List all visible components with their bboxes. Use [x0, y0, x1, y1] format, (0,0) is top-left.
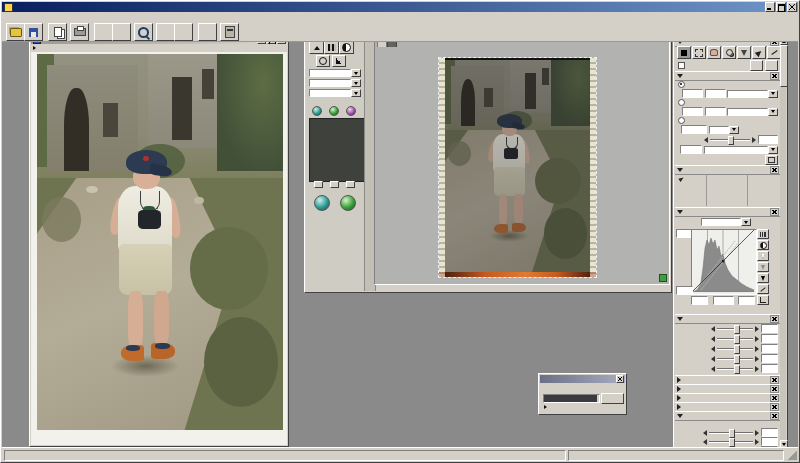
- output-black-field[interactable]: [676, 286, 693, 295]
- output-height-field[interactable]: [705, 107, 726, 116]
- film-preview[interactable]: [439, 58, 596, 277]
- section-close-icon[interactable]: [770, 412, 779, 420]
- redo-button[interactable]: [174, 23, 193, 41]
- scroll-down-icon[interactable]: [782, 443, 786, 446]
- red-gain-slider[interactable]: [709, 438, 753, 445]
- contrast-slider[interactable]: [717, 335, 753, 342]
- section-close-icon[interactable]: [770, 315, 779, 323]
- indicator-button[interactable]: [314, 181, 323, 188]
- gray-point-button[interactable]: [757, 262, 769, 272]
- rotate-button[interactable]: [94, 23, 113, 41]
- input-white-field[interactable]: [738, 296, 755, 305]
- green-gain-field[interactable]: [761, 446, 778, 447]
- crop-width-field[interactable]: [682, 89, 703, 98]
- red-slider[interactable]: [717, 345, 753, 352]
- color-model-dropdown[interactable]: [309, 89, 361, 97]
- resolution-unit-dropdown[interactable]: [704, 146, 778, 154]
- reset-curve-button[interactable]: [757, 295, 769, 305]
- prescan-jewel-button[interactable]: [312, 106, 322, 116]
- brightness-slider[interactable]: [717, 325, 753, 332]
- crop-tool-button[interactable]: [677, 46, 691, 59]
- section-close-icon[interactable]: [770, 72, 779, 80]
- undo-button[interactable]: [156, 23, 175, 41]
- open-button[interactable]: [6, 23, 25, 41]
- filesize-options-button[interactable]: [765, 155, 778, 165]
- preview-photo[interactable]: [445, 60, 590, 272]
- section-color-balance[interactable]: [675, 314, 780, 324]
- output-unit-dropdown[interactable]: [727, 108, 778, 116]
- tab-natif[interactable]: [377, 42, 387, 47]
- scan-jewel-button[interactable]: [340, 195, 356, 211]
- settings-dropdown[interactable]: [309, 69, 361, 77]
- natural-processed-button[interactable]: [339, 42, 354, 54]
- copy-button[interactable]: [48, 23, 67, 41]
- resize-grip[interactable]: [659, 274, 667, 282]
- section-analog-gains[interactable]: [675, 411, 780, 421]
- preview-jewel-button[interactable]: [314, 195, 330, 211]
- brightness-field[interactable]: [761, 324, 778, 333]
- keep-output-radio[interactable]: [678, 99, 685, 106]
- master-gain-slider[interactable]: [709, 429, 753, 436]
- channel-dropdown[interactable]: [701, 218, 751, 226]
- eject-button[interactable]: [309, 42, 324, 54]
- help-button[interactable]: [198, 23, 217, 41]
- close-button[interactable]: [787, 2, 797, 12]
- photo-image[interactable]: [37, 54, 283, 430]
- output-width-field[interactable]: [682, 107, 703, 116]
- section-close-icon[interactable]: [770, 166, 779, 174]
- gamma-field[interactable]: [713, 296, 734, 305]
- indicator-button[interactable]: [346, 181, 355, 188]
- edit-curve-button[interactable]: [757, 284, 769, 294]
- black-point-button[interactable]: [757, 273, 769, 283]
- scale-slider[interactable]: [710, 136, 750, 143]
- eyedropper-tool-button[interactable]: [737, 46, 751, 59]
- histogram-box[interactable]: [691, 229, 757, 295]
- contrast-field[interactable]: [761, 334, 778, 343]
- crop-height-field[interactable]: [705, 89, 726, 98]
- green-slider[interactable]: [717, 355, 753, 362]
- section-close-icon[interactable]: [770, 385, 779, 393]
- marquee-tool-button[interactable]: [692, 46, 706, 59]
- dropdown-arrow-icon[interactable]: [351, 89, 361, 97]
- section-close-icon[interactable]: [770, 394, 779, 402]
- histogram-toggle-button[interactable]: [757, 229, 769, 239]
- tools-jewel-button[interactable]: [346, 106, 356, 116]
- scale-field[interactable]: [758, 135, 778, 144]
- red-field[interactable]: [761, 344, 778, 353]
- tab-traite[interactable]: [387, 42, 397, 47]
- autofocus-button[interactable]: [316, 55, 330, 67]
- dropdown-arrow-icon[interactable]: [351, 69, 361, 77]
- crop-grid-button[interactable]: [112, 23, 131, 41]
- scan-window-button[interactable]: [220, 23, 239, 41]
- dropdown-arrow-icon[interactable]: [351, 79, 361, 87]
- film-type-dropdown[interactable]: [309, 79, 361, 87]
- resolution-field[interactable]: [680, 145, 702, 154]
- section-curves[interactable]: [675, 207, 780, 217]
- scroll-up-icon[interactable]: [782, 42, 786, 43]
- hand-tool-button[interactable]: [707, 46, 721, 59]
- straighten-tool-button[interactable]: [767, 46, 780, 59]
- slider-right-icon[interactable]: [752, 137, 756, 143]
- master-gain-field[interactable]: [761, 428, 778, 437]
- zoom-tool-button[interactable]: [722, 46, 736, 59]
- file-size-field[interactable]: [681, 125, 707, 134]
- flip-vertical-button[interactable]: [765, 60, 778, 71]
- indicator-button[interactable]: [330, 181, 339, 188]
- section-crop[interactable]: [675, 71, 780, 81]
- scrollbar-thumb[interactable]: [780, 45, 788, 87]
- zoom-jewel-button[interactable]: [329, 106, 339, 116]
- minimize-button[interactable]: [765, 2, 775, 12]
- input-black-field[interactable]: [691, 296, 708, 305]
- window-resize-grip[interactable]: [787, 450, 797, 460]
- thumbnail-drawer-button[interactable]: [324, 42, 339, 54]
- autoexposure-button[interactable]: [332, 55, 346, 67]
- flip-horizontal-button[interactable]: [750, 60, 763, 71]
- maximize-button[interactable]: [776, 2, 786, 12]
- zoom-tool-button[interactable]: [134, 23, 153, 41]
- keep-file-radio[interactable]: [678, 117, 685, 124]
- green-field[interactable]: [761, 354, 778, 363]
- section-close-icon[interactable]: [770, 376, 779, 384]
- print-button[interactable]: [70, 23, 89, 41]
- file-unit-dropdown[interactable]: [709, 126, 739, 134]
- pause-button[interactable]: [601, 393, 624, 404]
